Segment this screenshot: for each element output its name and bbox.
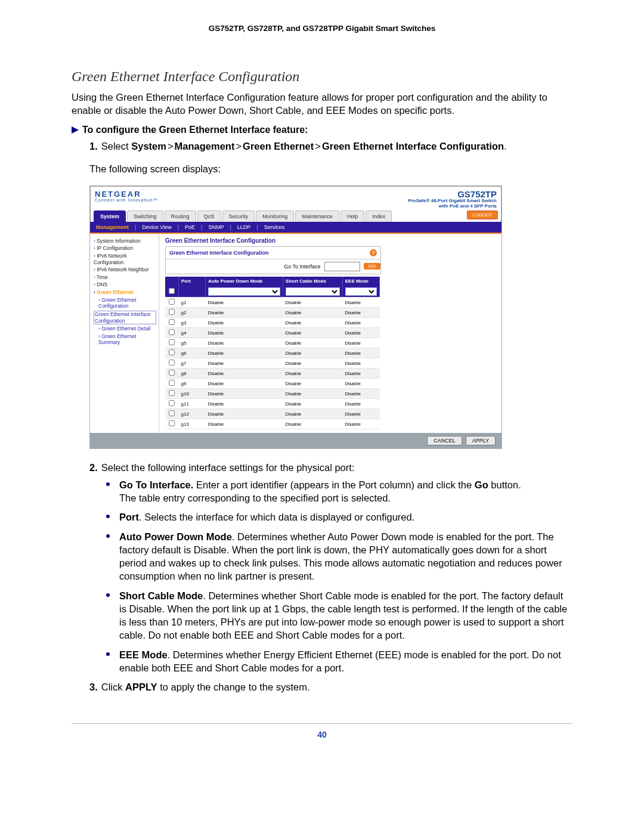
sidebar-item[interactable]: Time	[94, 274, 156, 281]
row-checkbox[interactable]	[169, 410, 175, 416]
col-header: Auto Power Down Mode	[206, 277, 283, 287]
tab-qos[interactable]: QoS	[197, 210, 221, 222]
page-number: 40	[72, 730, 572, 739]
secondary-nav: Management|Device View|PoE|SNMP|LLDP|Ser…	[90, 222, 501, 233]
step-1: 1.Select System > Management > Green Eth…	[89, 140, 572, 153]
subtab-snmp[interactable]: SNMP	[208, 224, 224, 230]
column-filter[interactable]	[208, 287, 280, 296]
tab-system[interactable]: System	[94, 210, 126, 222]
goto-label: Go To Interface	[284, 264, 320, 270]
footer-bar: CANCEL APPLY	[90, 433, 501, 448]
brand-block: NETGEAR Connect with Innovation™	[95, 190, 158, 209]
sidebar-item[interactable]: IP Configuration	[94, 244, 156, 252]
model-sub2: with PoE and 4 SFP Ports	[408, 204, 497, 209]
select-all-checkbox[interactable]	[169, 288, 175, 294]
goto-input[interactable]	[324, 262, 360, 271]
model-name: GS752TP	[408, 190, 497, 199]
tab-security[interactable]: Security	[222, 210, 255, 222]
sidebar-item[interactable]: Green Ethernet Configuration	[94, 296, 156, 310]
cancel-button[interactable]: CANCEL	[427, 436, 462, 445]
sidebar-item[interactable]: Green Ethernet Detail	[94, 325, 156, 333]
screen-caption: The following screen displays:	[89, 162, 572, 175]
netgear-logo: NETGEAR	[95, 190, 158, 199]
table-row[interactable]: g10DisableDisableDisable	[165, 389, 380, 399]
row-checkbox[interactable]	[169, 380, 175, 386]
table-row[interactable]: g7DisableDisableDisable	[165, 358, 380, 368]
table-row[interactable]: g11DisableDisableDisable	[165, 399, 380, 409]
procedure-title: To configure the Green Ethernet Interfac…	[82, 125, 308, 135]
page-title: Green Ethernet Interface Configuration	[165, 237, 497, 244]
col-header: Port	[179, 277, 206, 287]
row-checkbox[interactable]	[169, 390, 175, 396]
subtab-lldp[interactable]: LLDP	[237, 224, 251, 230]
bullet-port: Port. Selects the interface for which da…	[106, 510, 572, 524]
table-row[interactable]: g12DisableDisableDisable	[165, 409, 380, 419]
table-row[interactable]: g3DisableDisableDisable	[165, 318, 380, 328]
table-row[interactable]: g5DisableDisableDisable	[165, 338, 380, 348]
table-row[interactable]: g13DisableDisableDisable	[165, 419, 380, 429]
go-button[interactable]: GO	[364, 263, 380, 270]
help-icon[interactable]: ?	[370, 249, 377, 256]
row-checkbox[interactable]	[169, 360, 175, 366]
sidebar-item[interactable]: Green Ethernet Summary	[94, 333, 156, 346]
interface-table: PortAuto Power Down ModeShort Cable Mode…	[165, 277, 380, 430]
table-row[interactable]: g1DisableDisableDisable	[165, 298, 380, 308]
table-row[interactable]: g2DisableDisableDisable	[165, 308, 380, 318]
bullet-goto: Go To Interface. Enter a port identifier…	[106, 478, 572, 505]
intro-text: Using the Green Ethernet Interface Confi…	[72, 91, 572, 117]
table-row[interactable]: g9DisableDisableDisable	[165, 379, 380, 389]
subtab-management[interactable]: Management	[96, 224, 129, 230]
col-header: EEE Mode	[342, 277, 379, 287]
svg-marker-0	[72, 126, 79, 134]
sidebar-item[interactable]: Green Ethernet	[94, 289, 156, 296]
sidebar-item[interactable]: IPv6 Network Configuration	[94, 252, 156, 266]
section-title: Green Ethernet Interface Configuration	[72, 69, 572, 85]
tab-routing[interactable]: Routing	[165, 210, 196, 222]
doc-header: GS752TP, GS728TP, and GS728TPP Gigabit S…	[72, 24, 572, 33]
sidebar-item[interactable]: IPv6 Network Neighbor	[94, 266, 156, 274]
table-row[interactable]: g4DisableDisableDisable	[165, 328, 380, 338]
row-checkbox[interactable]	[169, 400, 175, 406]
tab-help[interactable]: Help	[340, 210, 365, 222]
step-3: 3.Click APPLY to apply the change to the…	[89, 680, 572, 693]
tab-index[interactable]: Index	[366, 210, 392, 222]
subtab-poe[interactable]: PoE	[185, 224, 195, 230]
panel-subtitle: Green Ethernet Interface Configuration	[169, 250, 269, 256]
column-filter[interactable]	[286, 287, 340, 296]
main-panel: Green Ethernet Interface Configuration G…	[159, 234, 501, 433]
model-block: GS752TP ProSafe® 48-Port Gigabit Smart S…	[408, 190, 497, 209]
row-checkbox[interactable]	[169, 329, 175, 335]
row-checkbox[interactable]	[169, 349, 175, 355]
col-header: Short Cable Mode	[283, 277, 343, 287]
logout-button[interactable]: LOGOUT	[467, 210, 498, 219]
table-row[interactable]: g6DisableDisableDisable	[165, 348, 380, 358]
sidebar-item[interactable]: System Information	[94, 237, 156, 245]
column-filter[interactable]	[345, 287, 377, 296]
row-checkbox[interactable]	[169, 319, 175, 325]
bullet-goto-line2: The table entry corresponding to the spe…	[119, 491, 572, 504]
sidebar: System InformationIP ConfigurationIPv6 N…	[90, 234, 159, 433]
subtab-services[interactable]: Services	[264, 224, 285, 230]
arrow-icon	[72, 125, 79, 136]
bullet-eee: EEE Mode. Determines whether Energy Effi…	[106, 648, 572, 675]
bullet-sc: Short Cable Mode. Determines whether Sho…	[106, 589, 572, 642]
sidebar-item[interactable]: Green Ethernet Interface Configuration	[94, 311, 156, 324]
row-checkbox[interactable]	[169, 299, 175, 305]
table-row[interactable]: g8DisableDisableDisable	[165, 368, 380, 379]
tab-monitoring[interactable]: Monitoring	[256, 210, 294, 222]
goto-interface-row: Go To Interface GO	[284, 262, 380, 271]
step-2: 2.Select the following interface setting…	[89, 461, 572, 474]
col-header	[165, 277, 179, 287]
apply-button[interactable]: APPLY	[466, 436, 496, 445]
bullet-apd: Auto Power Down Mode. Determines whether…	[106, 530, 572, 583]
row-checkbox[interactable]	[169, 309, 175, 315]
row-checkbox[interactable]	[169, 339, 175, 345]
row-checkbox[interactable]	[169, 420, 175, 426]
row-checkbox[interactable]	[169, 370, 175, 376]
sidebar-item[interactable]: DNS	[94, 281, 156, 289]
tab-maintenance[interactable]: Maintenance	[295, 210, 339, 222]
tab-switching[interactable]: Switching	[127, 210, 163, 222]
procedure-heading: To configure the Green Ethernet Interfac…	[72, 125, 572, 136]
subtab-device-view[interactable]: Device View	[142, 224, 171, 230]
primary-nav: SystemSwitchingRoutingQoSSecurityMonitor…	[90, 210, 501, 222]
